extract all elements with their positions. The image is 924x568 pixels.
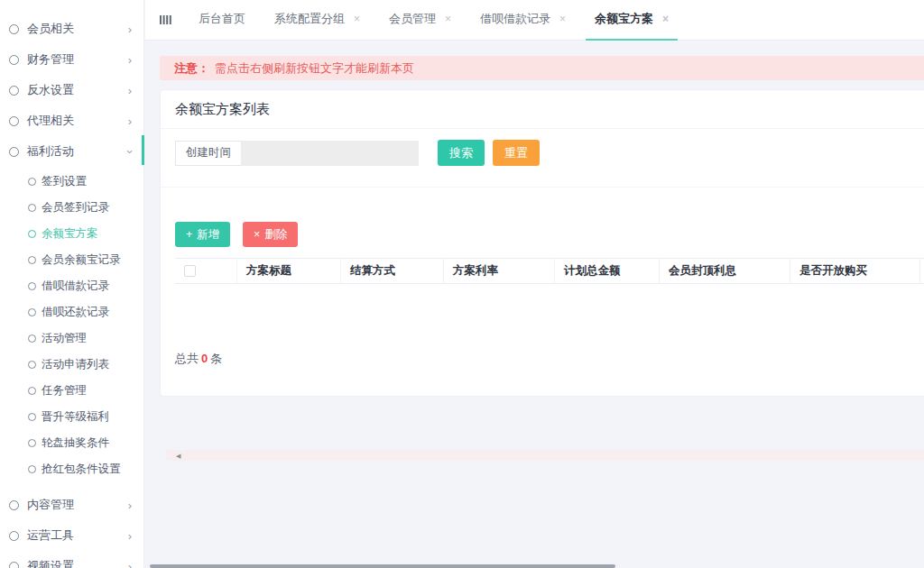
sidebar-item-operation-tools[interactable]: 运营工具 › xyxy=(0,520,143,551)
sidebar-item-rebate-settings[interactable]: 反水设置 › xyxy=(0,75,143,105)
tab-dashboard[interactable]: 后台首页 xyxy=(189,0,254,41)
column-header: 是否开放购买 xyxy=(790,258,919,284)
sidebar-subitem-roulette-draw-conditions[interactable]: 轮盘抽奖条件 xyxy=(0,430,143,456)
circle-icon xyxy=(28,256,36,264)
reset-button[interactable]: 重置 xyxy=(493,140,540,166)
chevron-right-icon: › xyxy=(128,530,132,542)
circle-icon xyxy=(9,147,19,157)
tab-bar: 后台首页 系统配置分组 × 会员管理 × 借呗借款记录 × 余额宝方案 × xyxy=(145,0,924,41)
sidebar-submenu-welfare: 签到设置 会员签到记录 余额宝方案 会员余额宝记录 借呗借款记录 借呗还款记录 xyxy=(0,167,143,490)
collapsed-strip: ◀ xyxy=(166,450,924,461)
sidebar-item-video-settings[interactable]: 视频设置 › xyxy=(0,551,143,568)
yuebao-plan-panel: 余额宝方案列表 创建时间 搜索 重置 +新增 ×删除 方案标题 结算方式 方案利… xyxy=(160,89,924,397)
sidebar-subitem-task-management[interactable]: 任务管理 xyxy=(0,378,143,404)
column-header: 计划总金额 xyxy=(554,258,659,284)
circle-icon xyxy=(9,500,19,510)
circle-icon xyxy=(9,531,19,541)
circle-icon xyxy=(28,334,36,343)
column-header: 会员封顶利息 xyxy=(659,258,790,284)
table-header-row: 方案标题 结算方式 方案利率 计划总金额 会员封顶利息 是否开放购买 xyxy=(175,258,924,284)
circle-icon xyxy=(9,562,19,568)
sidebar-item-welfare-activities[interactable]: 福利活动 › xyxy=(0,136,143,167)
sidebar-subitem-yuebao-plan[interactable]: 余额宝方案 xyxy=(0,221,143,247)
circle-icon xyxy=(28,282,36,290)
circle-icon xyxy=(28,178,36,186)
sidebar-subitem-jiebei-loan-records[interactable]: 借呗借款记录 xyxy=(0,273,143,299)
sidebar-item-agent-related[interactable]: 代理相关 › xyxy=(0,105,143,136)
chevron-right-icon: › xyxy=(128,23,132,35)
notice-bar: 注意： 需点击右侧刷新按钮文字才能刷新本页 xyxy=(160,56,924,80)
column-header xyxy=(919,258,924,284)
column-header: 方案标题 xyxy=(236,258,340,284)
arrow-left-icon[interactable]: ◀ xyxy=(176,453,180,459)
table-empty-body xyxy=(175,284,924,351)
notice-prefix: 注意： xyxy=(174,60,209,77)
collapse-sidebar-icon[interactable] xyxy=(160,14,171,25)
total-count-number: 0 xyxy=(201,352,208,365)
sidebar-subitem-member-yuebao-records[interactable]: 会员余额宝记录 xyxy=(0,247,143,273)
circle-icon xyxy=(28,230,36,238)
tab-yuebao-plan[interactable]: 余额宝方案 × xyxy=(586,0,678,41)
create-time-input-group: 创建时间 xyxy=(175,141,419,166)
close-tab-icon[interactable]: × xyxy=(662,13,669,25)
chevron-down-icon: › xyxy=(124,150,135,153)
table-toolbar: +新增 ×删除 xyxy=(161,188,924,258)
sidebar-subitem-activity-management[interactable]: 活动管理 xyxy=(0,325,143,352)
delete-button[interactable]: ×删除 xyxy=(243,222,298,247)
select-all-cell xyxy=(175,258,236,284)
close-tab-icon[interactable]: × xyxy=(354,13,360,25)
total-count: 总共0条 xyxy=(161,351,924,396)
chevron-right-icon: › xyxy=(128,85,132,96)
circle-icon xyxy=(9,116,19,126)
add-button[interactable]: +新增 xyxy=(175,222,230,247)
plus-icon: + xyxy=(186,228,192,241)
sidebar-item-member-related[interactable]: 会员相关 › xyxy=(0,14,143,44)
circle-icon xyxy=(9,24,19,34)
column-header: 结算方式 xyxy=(340,258,443,284)
circle-icon xyxy=(28,361,36,369)
sidebar-subitem-red-packet-conditions[interactable]: 抢红包条件设置 xyxy=(0,456,143,482)
sidebar-menu: 会员相关 › 财务管理 › 反水设置 › 代理相关 › 福利活动 › 签到设置 xyxy=(0,0,143,568)
circle-icon xyxy=(9,55,19,65)
circle-icon xyxy=(9,86,19,96)
circle-icon xyxy=(28,439,36,447)
chevron-right-icon: › xyxy=(128,115,132,127)
notice-text: 需点击右侧刷新按钮文字才能刷新本页 xyxy=(215,60,414,77)
sidebar-item-finance-management[interactable]: 财务管理 › xyxy=(0,44,143,75)
chevron-right-icon: › xyxy=(128,499,132,511)
sidebar-subitem-jiebei-repay-records[interactable]: 借呗还款记录 xyxy=(0,299,143,325)
sidebar: 会员相关 › 财务管理 › 反水设置 › 代理相关 › 福利活动 › 签到设置 xyxy=(0,0,144,568)
close-tab-icon[interactable]: × xyxy=(559,13,566,25)
sidebar-subitem-member-checkin-records[interactable]: 会员签到记录 xyxy=(0,195,143,221)
chevron-right-icon: › xyxy=(128,561,132,568)
create-time-label: 创建时间 xyxy=(175,141,241,166)
chevron-right-icon: › xyxy=(128,54,132,66)
create-time-input[interactable] xyxy=(241,141,419,166)
sidebar-subitem-promotion-level-benefits[interactable]: 晋升等级福利 xyxy=(0,404,143,430)
sidebar-subitem-checkin-settings[interactable]: 签到设置 xyxy=(0,169,143,195)
circle-icon xyxy=(28,204,36,212)
circle-icon xyxy=(28,308,36,316)
sidebar-item-content-management[interactable]: 内容管理 › xyxy=(0,490,143,520)
search-section: 创建时间 搜索 重置 xyxy=(161,129,924,188)
sidebar-subitem-activity-apply-list[interactable]: 活动申请列表 xyxy=(0,352,143,378)
circle-icon xyxy=(28,413,36,421)
select-all-checkbox[interactable] xyxy=(184,265,196,277)
x-icon: × xyxy=(254,228,260,241)
tab-system-config-group[interactable]: 系统配置分组 × xyxy=(265,0,369,41)
column-header: 方案利率 xyxy=(443,258,554,284)
search-button[interactable]: 搜索 xyxy=(438,140,485,166)
plans-table: 方案标题 结算方式 方案利率 计划总金额 会员封顶利息 是否开放购买 xyxy=(175,258,924,351)
active-menu-indicator xyxy=(142,135,144,165)
close-tab-icon[interactable]: × xyxy=(445,13,451,25)
main-content: 后台首页 系统配置分组 × 会员管理 × 借呗借款记录 × 余额宝方案 × 注意… xyxy=(145,0,924,568)
circle-icon xyxy=(28,465,36,473)
page-title: 余额宝方案列表 xyxy=(161,90,924,129)
tab-jiebei-loan-records[interactable]: 借呗借款记录 × xyxy=(471,0,575,41)
tab-member-management[interactable]: 会员管理 × xyxy=(380,0,460,41)
circle-icon xyxy=(28,387,36,395)
horizontal-scrollbar-thumb[interactable] xyxy=(150,564,615,568)
